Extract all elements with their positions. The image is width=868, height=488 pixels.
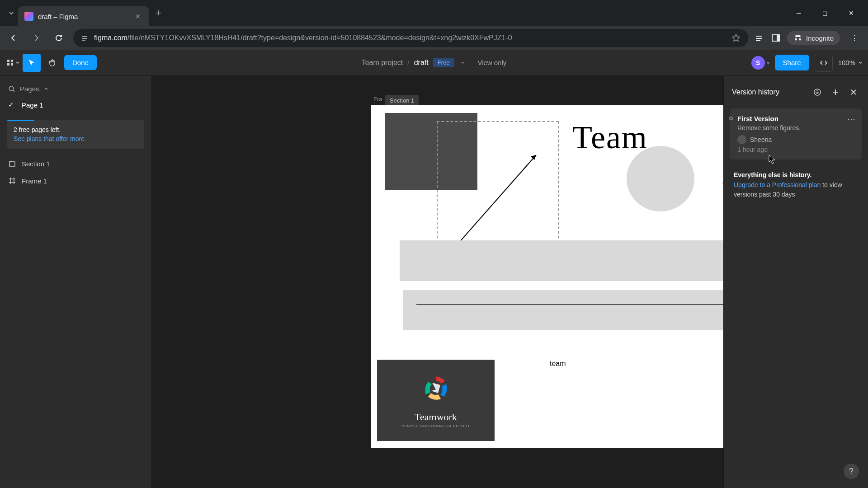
team-text-label[interactable]: team	[550, 360, 566, 368]
tab-title: draft – Figma	[38, 13, 128, 20]
section-icon	[8, 160, 16, 168]
panel-title: Version history	[732, 88, 806, 96]
handwritten-text[interactable]: Team	[572, 119, 648, 156]
browser-address-bar: figma.com/file/nMSTY1OKvvXSMLY18HsH41/dr…	[0, 26, 868, 50]
user-avatar[interactable]: S	[751, 56, 765, 70]
main-menu-button[interactable]	[5, 54, 20, 72]
close-panel-icon[interactable]	[847, 86, 860, 99]
figma-toolbar: Done Team project / draft Free View only…	[0, 50, 868, 76]
done-button[interactable]: Done	[64, 55, 97, 70]
incognito-indicator[interactable]: Incognito	[787, 31, 840, 45]
version-name: First Version	[737, 115, 854, 122]
tab-search-dropdown[interactable]	[5, 6, 18, 20]
svg-rect-9	[11, 60, 13, 62]
window-maximize[interactable]: ◻	[814, 4, 836, 22]
svg-point-12	[9, 86, 14, 91]
dev-mode-button[interactable]	[815, 54, 833, 72]
svg-rect-7	[777, 35, 779, 41]
version-menu-icon[interactable]: ⋯	[847, 114, 856, 124]
svg-rect-14	[9, 161, 12, 162]
media-control-icon[interactable]	[755, 33, 764, 43]
plan-banner: 2 free pages left. See plans that offer …	[7, 120, 144, 149]
nav-reload-button[interactable]	[51, 30, 67, 46]
move-tool[interactable]	[23, 54, 41, 72]
version-dot-icon	[729, 117, 733, 120]
svg-rect-13	[9, 162, 15, 166]
file-name[interactable]: draft	[414, 59, 429, 67]
svg-rect-10	[7, 63, 9, 66]
pages-header[interactable]: Pages	[0, 81, 151, 96]
banner-link[interactable]: See plans that offer more	[14, 135, 138, 142]
check-icon: ✓	[8, 101, 16, 109]
version-description: Remove some figures.	[737, 124, 854, 131]
version-item[interactable]: ⋯ First Version Remove some figures. She…	[730, 108, 862, 160]
nav-forward-button[interactable]	[28, 30, 44, 46]
canvas[interactable]: Fra Section 1 Team team	[152, 76, 723, 488]
gray-rectangle-2[interactable]	[403, 290, 723, 330]
file-menu-chevron[interactable]	[458, 61, 467, 65]
svg-rect-3	[756, 36, 762, 37]
svg-rect-1	[82, 38, 87, 39]
version-history-panel: Version history ⋯ First Version Remove s…	[723, 76, 868, 488]
view-mode-label: View only	[477, 59, 506, 66]
logo-graphic	[419, 373, 453, 407]
project-name[interactable]: Team project	[362, 59, 403, 67]
svg-rect-11	[11, 63, 13, 66]
svg-rect-2	[82, 40, 85, 41]
side-panel-icon[interactable]	[771, 33, 781, 43]
zoom-control[interactable]: 100%	[838, 59, 863, 66]
window-minimize[interactable]: ─	[788, 4, 810, 22]
arrow-shape[interactable]	[450, 150, 541, 252]
layer-frame[interactable]: Frame 1	[0, 172, 151, 189]
svg-rect-8	[7, 60, 9, 62]
hand-tool[interactable]	[43, 54, 61, 72]
frame-icon	[8, 177, 16, 185]
ellipse-shape[interactable]	[627, 146, 694, 211]
triangle-shape[interactable]	[722, 148, 723, 184]
version-timestamp: 1 hour ago	[737, 146, 854, 153]
avatar-chevron[interactable]: ▾	[767, 60, 769, 66]
share-button[interactable]: Share	[775, 55, 809, 70]
author-avatar	[737, 135, 746, 144]
history-upsell: Everything else is history. Upgrade to a…	[732, 166, 860, 205]
help-button[interactable]: ?	[844, 464, 859, 479]
plan-badge: Free	[433, 58, 454, 67]
left-panel: Pages ✓ Page 1 2 free pages left. See pl…	[0, 76, 152, 488]
new-tab-button[interactable]: +	[149, 7, 168, 19]
svg-line-15	[453, 155, 536, 250]
tab-close-icon[interactable]: ×	[132, 11, 143, 22]
nav-back-button[interactable]	[5, 30, 22, 46]
page-item[interactable]: ✓ Page 1	[0, 96, 151, 113]
banner-title: 2 free pages left.	[14, 126, 138, 133]
search-icon	[8, 85, 15, 93]
filter-icon[interactable]	[811, 86, 824, 99]
teamwork-logo-image[interactable]: Teamwork PEOPLE COORDINATED EFFORT	[377, 360, 495, 441]
version-author: Sheena	[737, 135, 854, 144]
add-version-icon[interactable]	[829, 86, 842, 99]
gray-rectangle-1[interactable]	[400, 240, 723, 281]
breadcrumb: Team project / draft Free View only	[362, 58, 507, 67]
chevron-up-icon	[44, 87, 48, 91]
window-close[interactable]: ✕	[840, 4, 863, 22]
url-bar[interactable]: figma.com/file/nMSTY1OKvvXSMLY18HsH41/dr…	[73, 29, 748, 47]
svg-rect-4	[756, 38, 762, 39]
upgrade-link[interactable]: Upgrade to a Professional plan	[734, 181, 821, 188]
svg-rect-5	[756, 40, 760, 41]
browser-tab-bar: draft – Figma × + ─ ◻ ✕	[0, 0, 868, 26]
frame-label[interactable]: Fra	[373, 96, 382, 103]
url-text: figma.com/file/nMSTY1OKvvXSMLY18HsH41/dr…	[94, 34, 726, 42]
figma-favicon	[24, 12, 33, 21]
svg-rect-0	[82, 36, 87, 37]
browser-menu-icon[interactable]: ⋮	[846, 30, 863, 46]
browser-tab[interactable]: draft – Figma ×	[18, 6, 149, 26]
horizontal-line[interactable]	[416, 304, 723, 305]
site-info-icon[interactable]	[80, 34, 89, 42]
bookmark-icon[interactable]	[731, 33, 741, 43]
layer-section[interactable]: Section 1	[0, 155, 151, 172]
